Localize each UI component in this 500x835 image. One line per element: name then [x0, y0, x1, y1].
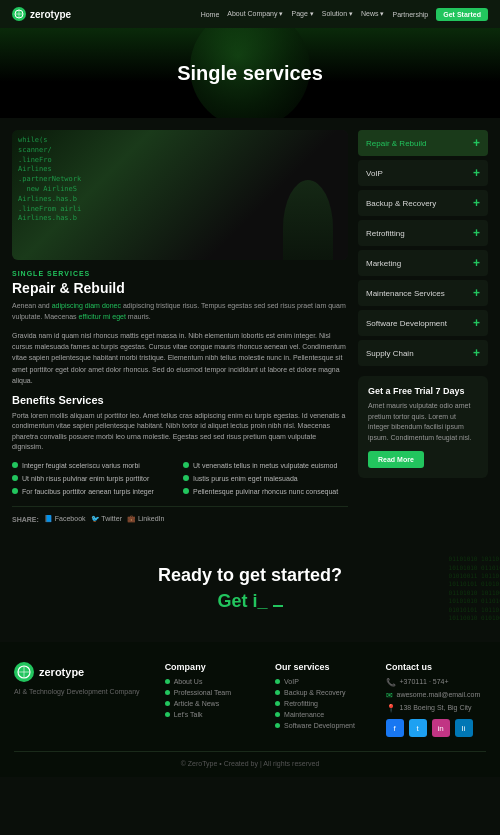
footer-link-voip[interactable]: VoIP — [275, 678, 375, 685]
contact-phone: 📞 +370111 · 574+ — [386, 678, 486, 687]
plus-icon: + — [473, 346, 480, 360]
benefits-list: Integer feugiat sceleriscu varius morbi … — [12, 461, 348, 496]
nav-home[interactable]: Home — [201, 11, 220, 18]
get-started-button[interactable]: Get Started — [436, 8, 488, 21]
intro-link-1[interactable]: adipiscing diam donec — [52, 302, 121, 309]
contact-address: 📍 138 Boeing St, Big City — [386, 704, 486, 713]
link-dot — [275, 690, 280, 695]
share-row: SHARE: 📘 Facebook 🐦 Twitter 💼 LinkedIn — [12, 506, 348, 523]
footer-bottom: © ZeroType • Created by | All rights res… — [14, 751, 486, 767]
menu-item-label: Marketing — [366, 259, 401, 268]
menu-item-label: Repair & Rebuild — [366, 139, 426, 148]
plus-icon: + — [473, 286, 480, 300]
navbar: zerotype Home About Company ▾ Page ▾ Sol… — [0, 0, 500, 28]
service-menu-software[interactable]: Software Development + — [358, 310, 488, 336]
service-menu-voip[interactable]: VoIP + — [358, 160, 488, 186]
share-linkedin[interactable]: 💼 LinkedIn — [127, 515, 164, 523]
benefit-dot — [183, 488, 189, 494]
left-column: while(s scanner/ .lineFro Airlines .part… — [12, 130, 348, 523]
twitter-icon[interactable]: t — [409, 719, 427, 737]
footer-brand: zerotype AI & Technology Development Com… — [14, 662, 155, 737]
service-menu-repair[interactable]: Repair & Rebuild + — [358, 130, 488, 156]
right-column: Repair & Rebuild + VoIP + Backup & Recov… — [358, 130, 488, 523]
footer-link-retrofitting[interactable]: Retrofitting — [275, 700, 375, 707]
menu-item-label: Maintenance Services — [366, 289, 445, 298]
footer-link-backup[interactable]: Backup & Recovery — [275, 689, 375, 696]
plus-icon: + — [473, 316, 480, 330]
link-text: About Us — [174, 678, 203, 685]
link-dot — [165, 701, 170, 706]
nav-about[interactable]: About Company ▾ — [227, 10, 283, 18]
plus-icon: + — [473, 256, 480, 270]
plus-icon: + — [473, 166, 480, 180]
trial-button[interactable]: Read More — [368, 451, 424, 468]
benefit-item: For faucibus porttitor aenean turpis int… — [12, 487, 177, 497]
benefit-item: Pellentesque pulvinar rhoncus nunc conse… — [183, 487, 348, 497]
benefit-text: Ut nibh risus pulvinar enim turpis portt… — [22, 474, 149, 484]
benefits-desc: Porta lorem mollis aliquam ut porttitor … — [12, 411, 348, 453]
share-label: SHARE: — [12, 516, 39, 523]
trial-desc: Amet mauris vulputate odio amet pretium … — [368, 401, 478, 443]
footer-link-maintenance[interactable]: Maintenance — [275, 711, 375, 718]
cta-section: 01101010 10110101 10101010 01101010 0101… — [0, 535, 500, 642]
footer-link-talk[interactable]: Let's Talk — [165, 711, 265, 718]
service-menu-retrofitting[interactable]: Retrofitting + — [358, 220, 488, 246]
link-text: Backup & Recovery — [284, 689, 345, 696]
footer-services-col: Our services VoIP Backup & Recovery Retr… — [275, 662, 375, 737]
plus-icon: + — [473, 226, 480, 240]
address-text: 138 Boeing St, Big City — [400, 704, 472, 711]
service-menu-backup[interactable]: Backup & Recovery + — [358, 190, 488, 216]
copyright-text: © ZeroType • Created by | All rights res… — [181, 760, 320, 767]
plus-icon: + — [473, 196, 480, 210]
share-facebook[interactable]: 📘 Facebook — [44, 515, 86, 523]
link-text: Software Development — [284, 722, 355, 729]
service-menu-marketing[interactable]: Marketing + — [358, 250, 488, 276]
contact-email: ✉ awesome.mail@email.com — [386, 691, 486, 700]
benefit-item: Ut venenatis tellus in metus vulputate e… — [183, 461, 348, 471]
hero-section: Single services — [0, 28, 500, 118]
service-intro: Aenean and adipiscing diam donec adipisc… — [12, 301, 348, 322]
benefit-dot — [12, 488, 18, 494]
share-twitter[interactable]: 🐦 Twitter — [91, 515, 122, 523]
phone-icon: 📞 — [386, 678, 396, 687]
service-menu-supply[interactable]: Supply Chain + — [358, 340, 488, 366]
service-image: while(s scanner/ .lineFro Airlines .part… — [12, 130, 348, 260]
footer-link-about[interactable]: About Us — [165, 678, 265, 685]
image-overlay: while(s scanner/ .lineFro Airlines .part… — [12, 130, 348, 260]
service-menu-maintenance[interactable]: Maintenance Services + — [358, 280, 488, 306]
footer-link-team[interactable]: Professional Team — [165, 689, 265, 696]
benefit-dot — [12, 475, 18, 481]
nav-page[interactable]: Page ▾ — [291, 10, 313, 18]
benefit-item: Ut nibh risus pulvinar enim turpis portt… — [12, 474, 177, 484]
nav-news[interactable]: News ▾ — [361, 10, 384, 18]
cta-title: Ready to get started? — [20, 565, 480, 586]
logo-icon — [12, 7, 26, 21]
main-content: while(s scanner/ .lineFro Airlines .part… — [0, 118, 500, 535]
instagram-icon[interactable]: in — [432, 719, 450, 737]
cta-subtitle-text: Get i_ — [217, 591, 267, 611]
menu-item-label: Supply Chain — [366, 349, 414, 358]
footer-link-software[interactable]: Software Development — [275, 722, 375, 729]
link-text: Maintenance — [284, 711, 324, 718]
section-label: SINGLE SERVICES — [12, 270, 348, 277]
footer: zerotype AI & Technology Development Com… — [0, 642, 500, 777]
facebook-icon[interactable]: f — [386, 719, 404, 737]
linkedin-icon[interactable]: li — [455, 719, 473, 737]
social-icons: f t in li — [386, 719, 486, 737]
link-text: Professional Team — [174, 689, 231, 696]
link-text: Let's Talk — [174, 711, 203, 718]
navbar-logo: zerotype — [12, 7, 71, 21]
navbar-links: Home About Company ▾ Page ▾ Solution ▾ N… — [201, 8, 488, 21]
intro-link-2[interactable]: efficitur mi eget — [79, 313, 126, 320]
footer-contact-col: Contact us 📞 +370111 · 574+ ✉ awesome.ma… — [386, 662, 486, 737]
footer-link-news[interactable]: Article & News — [165, 700, 265, 707]
footer-top: zerotype AI & Technology Development Com… — [14, 662, 486, 737]
email-text: awesome.mail@email.com — [397, 691, 481, 698]
nav-solution[interactable]: Solution ▾ — [322, 10, 353, 18]
trial-box: Get a Free Trial 7 Days Amet mauris vulp… — [358, 376, 488, 478]
nav-partnership[interactable]: Partnership — [392, 11, 428, 18]
footer-logo-icon — [14, 662, 34, 682]
service-menu: Repair & Rebuild + VoIP + Backup & Recov… — [358, 130, 488, 366]
trial-title: Get a Free Trial 7 Days — [368, 386, 478, 396]
link-dot — [275, 679, 280, 684]
